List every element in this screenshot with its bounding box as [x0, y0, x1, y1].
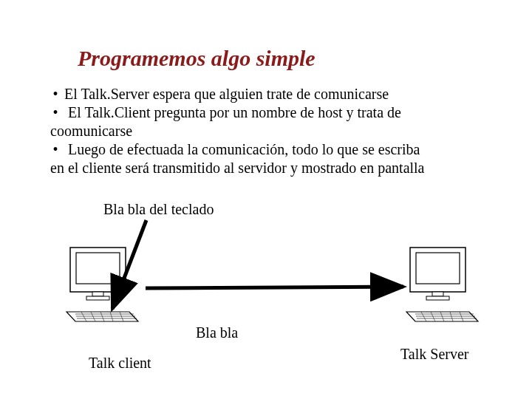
bullet-text: Luego de efectuada la comunicación, todo… — [68, 141, 420, 157]
svg-rect-14 — [416, 253, 460, 284]
slide: Programemos algo simple • El Talk.Server… — [0, 0, 532, 399]
svg-rect-1 — [76, 253, 120, 284]
bullet-text: El Talk.Server espera que alguien trate … — [64, 86, 389, 102]
bullet-dot-icon: • — [50, 103, 61, 122]
client-computer-icon — [63, 244, 144, 325]
bullet-continuation: en el cliente será transmitido al servid… — [50, 159, 494, 177]
bullet-list: • El Talk.Server espera que alguien trat… — [50, 85, 494, 177]
svg-rect-2 — [92, 292, 103, 296]
server-caption: Talk Server — [400, 346, 468, 363]
svg-rect-16 — [426, 296, 449, 300]
bullet-text: El Talk.Client pregunta por un nombre de… — [68, 104, 401, 120]
svg-rect-3 — [86, 296, 109, 300]
keyboard-input-label: Bla bla del teclado — [103, 201, 214, 218]
server-computer-icon — [403, 244, 484, 325]
bullet-dot-icon: • — [50, 85, 61, 103]
svg-rect-15 — [432, 292, 443, 296]
client-caption: Talk client — [89, 355, 151, 372]
bullet-item: • El Talk.Server espera que alguien trat… — [50, 85, 494, 103]
slide-title: Programemos algo simple — [78, 46, 316, 71]
transmission-label: Bla bla — [196, 324, 238, 341]
bullet-item: • El Talk.Client pregunta por un nombre … — [50, 103, 494, 122]
bullet-text: en el cliente será transmitido al servid… — [50, 160, 425, 176]
bullet-text: coomunicarse — [50, 123, 132, 139]
bullet-dot-icon: • — [50, 140, 61, 159]
arrow-client-to-server-icon — [146, 287, 403, 288]
bullet-item: • Luego de efectuada la comunicación, to… — [50, 140, 494, 159]
bullet-continuation: coomunicarse — [50, 122, 494, 140]
